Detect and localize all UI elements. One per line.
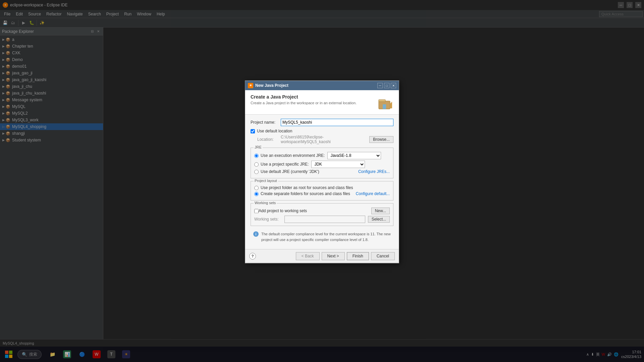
jre-option-3-row: Use default JRE (currently 'JDK') Config… [254,169,390,174]
help-button[interactable]: ? [249,253,256,259]
dialog-title-bar: ☀ New Java Project ─ □ ✕ [245,81,399,90]
dialog-title: New Java Project [255,83,288,88]
add-working-sets-checkbox[interactable] [254,209,259,213]
jre-project-select[interactable]: JDK [311,161,365,168]
configure-jres-link[interactable]: Configure JREs... [358,169,390,174]
dialog-close-btn[interactable]: ✕ [391,83,396,88]
next-button[interactable]: Next > [322,252,345,260]
jre-option-1-row: Use an execution environment JRE: JavaSE… [254,152,390,159]
working-sets-label: Working sets [254,201,277,205]
dialog-body: Project name: Use default location Locat… [245,115,399,249]
svg-rect-2 [383,104,386,109]
dialog-main-title: Create a Java Project [251,94,373,100]
jre-default-radio[interactable] [254,170,259,174]
location-row: Location: C:\Users\86159\eclipse-workspa… [251,135,393,144]
working-sets-section: Working sets Add project to working sets… [251,203,393,226]
jre-project-radio[interactable] [254,162,259,167]
jre-env-radio[interactable] [254,154,259,158]
location-value: C:\Users\86159\eclipse-workspace\MySQL5_… [281,135,369,144]
jre-env-label[interactable]: Use an execution environment JRE: [261,153,325,158]
location-label: Location: [257,137,281,142]
ide-window: ☀ eclipse-workspace - Eclipse IDE ─ □ ✕ … [0,0,644,362]
info-box: i The default compiler compliance level … [251,229,393,245]
select-working-set-button[interactable]: Select... [368,216,390,223]
project-name-input[interactable] [281,119,393,126]
jre-section-inner: Use an execution environment JRE: JavaSE… [251,148,393,178]
layout-separate-label[interactable]: Create separate folders for sources and … [261,191,350,196]
dialog-header: Create a Java Project Create a Java proj… [245,90,399,115]
configure-default-link[interactable]: Configure default... [356,191,390,196]
dialog-title-controls: ─ □ ✕ [377,83,396,88]
use-default-location-label[interactable]: Use default location [257,129,292,133]
browse-button[interactable]: Browse... [369,136,393,143]
finish-button[interactable]: Finish [347,252,369,260]
info-icon: i [253,231,259,237]
jre-env-select[interactable]: JavaSE-1.8 [327,152,381,159]
project-layout-section: Project layout Use project folder as roo… [251,181,393,200]
dialog-minimize-btn[interactable]: ─ [377,83,383,88]
dialog-maximize-btn[interactable]: □ [384,83,389,88]
dialog-header-icon [377,94,393,110]
layout-folder-label[interactable]: Use project folder as root for sources a… [261,185,353,190]
jre-default-label[interactable]: Use default JRE (currently 'JDK') [261,169,319,174]
info-text: The default compiler compliance level fo… [261,231,391,242]
layout-folder-radio[interactable] [254,186,259,190]
cancel-button[interactable]: Cancel [371,252,395,260]
dialog-icon: ☀ [248,83,253,88]
dialog-footer: ? < Back Next > Finish Cancel [245,249,399,263]
new-java-project-dialog: ☀ New Java Project ─ □ ✕ Create a Java P… [245,80,399,263]
dialog-subtitle: Create a Java project in the workspace o… [251,101,373,105]
working-sets-input-label: Working sets: [254,217,284,222]
working-sets-input[interactable] [284,216,365,223]
project-name-label: Project name: [251,120,281,125]
layout-option-2-row: Create separate folders for sources and … [254,191,390,196]
project-layout-inner: Use project folder as root for sources a… [251,181,393,200]
use-default-location-checkbox[interactable] [251,129,255,133]
use-default-location-row: Use default location [251,129,393,133]
dialog-header-text: Create a Java Project Create a Java proj… [251,94,373,105]
project-name-row: Project name: [251,119,393,126]
jre-section: JRE Use an execution environment JRE: Ja… [251,147,393,178]
jre-option-2-row: Use a project specific JRE: JDK [254,161,390,168]
add-working-sets-label[interactable]: Add project to working sets [259,208,369,213]
jre-project-label[interactable]: Use a project specific JRE: [261,162,309,167]
svg-rect-1 [379,100,385,102]
project-layout-label: Project layout [254,179,278,183]
layout-option-1-row: Use project folder as root for sources a… [254,185,390,190]
new-working-set-button[interactable]: New... [371,207,390,214]
add-working-sets-row: Add project to working sets New... [254,207,390,214]
working-sets-input-row: Working sets: Select... [254,216,390,223]
layout-separate-radio[interactable] [254,192,259,196]
working-sets-inner: Add project to working sets New... Worki… [251,203,393,226]
jre-section-label: JRE [254,145,263,149]
back-button[interactable]: < Back [296,252,320,260]
